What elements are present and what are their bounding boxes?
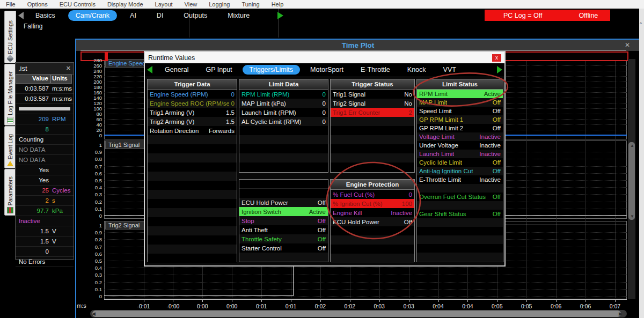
dialog-tab-knock[interactable]: Knock xyxy=(400,65,433,75)
sidebar-item-log-file-manager[interactable]: Log File Manager xyxy=(4,64,16,125)
value-row: 1.5V xyxy=(16,226,74,236)
value-text: 2 xyxy=(16,197,50,204)
menu-help[interactable]: Help xyxy=(266,1,290,8)
runtime-row: % Fuel Cut (%)0 xyxy=(331,190,414,199)
runtime-value: Forwards xyxy=(207,128,235,134)
value-text: No Errors xyxy=(16,258,72,265)
menu-tuning[interactable]: Tuning xyxy=(236,1,265,8)
x-tick-label: 0:03 xyxy=(397,303,421,309)
menu-layout[interactable]: Layout xyxy=(149,1,179,8)
value-text: 0 xyxy=(16,248,50,255)
menu-logging[interactable]: Logging xyxy=(203,1,236,8)
runtime-value: 0 xyxy=(407,191,412,198)
dialog-tab-triggers-limits[interactable]: Triggers/Limits xyxy=(243,65,301,75)
runtime-row xyxy=(148,208,237,217)
close-button[interactable]: x xyxy=(492,54,501,62)
value-row: 0:03.587m:s:ms xyxy=(16,94,74,104)
dialog-tab-vvt[interactable]: VVT xyxy=(436,65,463,75)
y-tick-label: 0.2 xyxy=(86,199,102,205)
value-unit: V xyxy=(50,238,74,245)
tab-di[interactable]: DI xyxy=(149,10,171,21)
value-row: Yes xyxy=(16,175,74,186)
menu-options[interactable]: Options xyxy=(21,1,54,8)
vscroll-thumb[interactable]: ▲ ▼ xyxy=(628,142,635,220)
tabs-back-arrow-icon[interactable] xyxy=(18,12,24,19)
scroll-left-icon[interactable]: ◀ xyxy=(92,310,96,317)
hscroll-thumb[interactable] xyxy=(92,310,621,317)
dialog-tab-gp-input[interactable]: GP Input xyxy=(199,65,239,75)
value-text: Counting xyxy=(16,136,72,143)
x-tick-label: 0:07 xyxy=(603,303,627,309)
runtime-label: Starter Control xyxy=(241,245,282,252)
runtime-row xyxy=(331,235,414,245)
tab-basics[interactable]: Basics xyxy=(28,10,63,21)
dialog-tab-e-throttle[interactable]: E-Throttle xyxy=(354,65,397,75)
menu-ecu-controls[interactable]: ECU Controls xyxy=(54,1,101,8)
runtime-row: MAP LimitOff xyxy=(417,98,503,107)
runtime-row: Gear Shift StatusOff xyxy=(417,210,503,218)
dialog-titlebar[interactable]: Runtime Values x xyxy=(145,52,504,63)
value-row: NO DATA xyxy=(16,155,74,165)
runtime-value: Active xyxy=(307,209,326,215)
tab-outputs[interactable]: Outputs xyxy=(176,10,215,21)
dialog-tab-motorsport[interactable]: MotorSport xyxy=(303,65,350,75)
dialog-tabs-forward-icon[interactable] xyxy=(497,66,502,73)
runtime-values-list-panel: .ist ✕ Value Units 0:03.587m:s:ms0:03.58… xyxy=(15,62,74,260)
y-tick-label: 1 xyxy=(86,223,102,228)
runtime-row xyxy=(417,184,503,193)
close-icon[interactable]: ✕ xyxy=(66,65,71,72)
runtime-row xyxy=(239,144,328,153)
dialog-tab-general[interactable]: General xyxy=(158,65,195,75)
value-column-header: Value xyxy=(16,75,50,84)
y-tick-label: 0.3 xyxy=(86,191,102,197)
value-unit: s xyxy=(50,197,74,204)
runtime-value: 0 xyxy=(320,119,326,125)
connection-status: Offline xyxy=(579,12,598,19)
power-status-table: ECU Hold PowerOffIgnition SwitchActiveSt… xyxy=(239,179,328,262)
scroll-down-icon[interactable]: ▼ xyxy=(630,214,635,219)
menu-display-mode[interactable]: Display Mode xyxy=(101,1,149,8)
runtime-row xyxy=(417,253,503,261)
value-row xyxy=(16,104,74,114)
runtime-label: Anti-lag Ignition Cut xyxy=(419,168,473,174)
tabs-forward-arrow-icon[interactable] xyxy=(277,12,283,19)
runtime-row xyxy=(331,162,414,172)
runtime-row: GP RPM Limit 2Off xyxy=(417,124,503,132)
values-panel-title: .ist xyxy=(18,64,27,72)
sidebar-item-ecu-settings[interactable]: ECU Settings xyxy=(4,11,16,63)
plot-vertical-scrollbar[interactable]: ▲ ▼ xyxy=(628,59,635,299)
gridline-h xyxy=(104,296,627,297)
runtime-value: Off xyxy=(491,125,501,131)
dialog-tabs-back-icon[interactable] xyxy=(147,66,152,73)
x-tick-label: 0:01 xyxy=(250,303,273,309)
scroll-up-icon[interactable]: ^ xyxy=(640,21,642,27)
plot-horizontal-scrollbar[interactable]: ◀ ▶ xyxy=(90,310,627,317)
menu-view[interactable]: View xyxy=(179,1,203,8)
app-scrollbar[interactable]: ^ xyxy=(639,9,644,318)
section-header: Trigger Data xyxy=(148,79,237,90)
scroll-right-icon[interactable]: ▶ xyxy=(619,310,623,317)
runtime-row: Rotation DirectionForwards xyxy=(148,126,237,135)
sidebar-item-parameters[interactable]: Parameters xyxy=(4,169,16,216)
time-plot-titlebar[interactable]: Time Plot ✕ xyxy=(76,40,640,51)
value-text: 97.7 xyxy=(16,208,50,214)
y-tick-label: 0.2 xyxy=(86,279,102,285)
pc-log-status: PC Log = Off xyxy=(503,12,542,19)
runtime-row: Cyclic Idle LimitOff xyxy=(417,158,503,167)
menu-file[interactable]: File xyxy=(0,1,21,8)
limit-status-table: Limit StatusRPM LimitActiveMAP LimitOffS… xyxy=(416,79,503,262)
runtime-row: % Ignition Cut (%)100 xyxy=(331,199,414,208)
runtime-row: E-Throttle LimitInactive xyxy=(417,175,503,184)
tab-mixture[interactable]: Mixture xyxy=(220,10,257,21)
sidebar-item-event-log[interactable]: Event Log xyxy=(4,126,16,168)
tab-ai[interactable]: AI xyxy=(122,10,144,21)
value-text: Yes xyxy=(16,177,50,183)
runtime-label: Trig1 Arming (V) xyxy=(150,109,194,116)
limit-data-table: Limit DataRPM Limit (RPM)0MAP Limit (kPa… xyxy=(239,79,328,173)
tab-cam-crank[interactable]: Cam/Crank xyxy=(68,10,117,21)
scroll-up-icon[interactable]: ▲ xyxy=(630,143,635,148)
close-icon[interactable]: ✕ xyxy=(625,41,630,49)
x-tick-label: 0:02 xyxy=(338,303,362,309)
value-row: 0:03.587m:s:ms xyxy=(16,84,74,94)
y-tick-label: 0.1 xyxy=(86,206,102,212)
